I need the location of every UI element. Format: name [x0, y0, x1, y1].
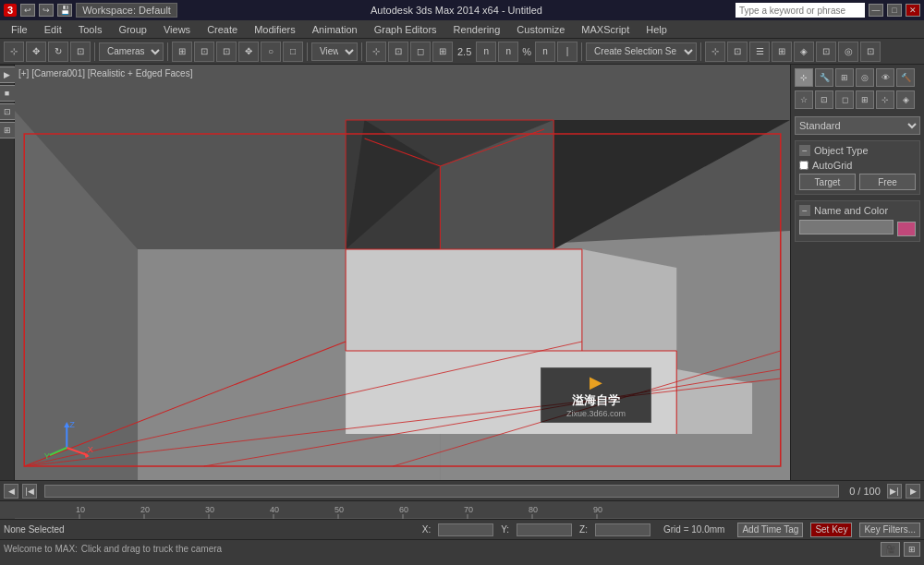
timeline-track[interactable]: [44, 485, 839, 498]
color-swatch[interactable]: [897, 222, 916, 236]
toolbar-icon18[interactable]: ⊞: [772, 42, 792, 62]
minimize-btn[interactable]: —: [869, 4, 883, 17]
toolbar-icon8[interactable]: ⊡: [388, 42, 408, 62]
menu-animation[interactable]: Animation: [305, 22, 365, 37]
menu-bar: File Edit Tools Group Views Create Modif…: [0, 20, 924, 39]
toolbar-icon19[interactable]: ◈: [794, 42, 814, 62]
timeline-end-btn[interactable]: ▶|: [887, 484, 902, 499]
title-right: — □ ✕: [736, 3, 920, 18]
svg-text:X: X: [88, 445, 93, 454]
scale-btn[interactable]: ⊡: [70, 42, 91, 62]
sidebar-btn2[interactable]: ■: [0, 85, 16, 102]
panel-btn-display[interactable]: 👁: [876, 68, 894, 87]
left-sidebar: ▶ ■ ⊡ ⊞: [0, 65, 15, 480]
workspace-dropdown[interactable]: Workspace: Default: [76, 3, 177, 18]
toolbar-icon5[interactable]: ○: [261, 42, 281, 62]
maximize-btn[interactable]: □: [887, 4, 902, 17]
panel-btn-hierarchy[interactable]: ⊞: [835, 68, 854, 87]
standard-dropdown[interactable]: Standard: [795, 116, 920, 135]
toolbar-icon11[interactable]: n: [476, 42, 496, 62]
toolbar-icon20[interactable]: ⊡: [816, 42, 836, 62]
toolbar-icon21[interactable]: ◎: [838, 42, 858, 62]
toolbar-icon16[interactable]: ⊡: [727, 42, 748, 62]
watermark-url: Zixue.3d66.com: [566, 409, 626, 418]
create-selection-dropdown[interactable]: Create Selection Se...: [586, 42, 697, 61]
scene-svg: Z X Y: [15, 65, 790, 480]
panel-btn-2c[interactable]: ◻: [835, 90, 854, 109]
timeline-start-btn[interactable]: |◀: [22, 484, 37, 499]
menu-modifiers[interactable]: Modifiers: [247, 22, 303, 37]
toolbar-undo[interactable]: ↩: [20, 4, 35, 17]
toolbar-icon22[interactable]: ⊡: [860, 42, 881, 62]
move-btn[interactable]: ✥: [26, 42, 46, 62]
panel-btn-2b[interactable]: ⊡: [815, 90, 833, 109]
panel-btn-2a[interactable]: ☆: [795, 90, 813, 109]
sidebar-btn4[interactable]: ⊞: [0, 122, 16, 138]
toolbar-icon3[interactable]: ⊡: [216, 42, 237, 62]
menu-group[interactable]: Group: [111, 22, 154, 37]
name-color-collapse[interactable]: −: [799, 205, 810, 216]
panel-btn-create[interactable]: ⊹: [795, 68, 813, 87]
key-filters-btn[interactable]: Key Filters...: [859, 523, 920, 537]
menu-views[interactable]: Views: [156, 22, 198, 37]
object-type-collapse[interactable]: −: [799, 145, 810, 156]
menu-tools[interactable]: Tools: [71, 22, 110, 37]
menu-edit[interactable]: Edit: [37, 22, 69, 37]
cameras-dropdown[interactable]: Cameras: [99, 42, 164, 61]
menu-customize[interactable]: Customize: [509, 22, 572, 37]
toolbar-icon15[interactable]: ⊹: [705, 42, 725, 62]
autogrid-checkbox[interactable]: [799, 161, 808, 170]
sidebar-btn3[interactable]: ⊡: [0, 103, 16, 120]
name-input[interactable]: [799, 220, 894, 234]
timeline-play-btn[interactable]: ▶: [906, 484, 920, 499]
panel-btn-2f[interactable]: ◈: [896, 90, 915, 109]
toolbar-icon7[interactable]: ⊹: [366, 42, 386, 62]
toolbar-icon13[interactable]: n: [535, 42, 555, 62]
close-btn[interactable]: ✕: [906, 4, 920, 17]
toolbar-redo[interactable]: ↪: [39, 4, 54, 17]
menu-help[interactable]: Help: [638, 22, 675, 37]
toolbar-icon2[interactable]: ⊡: [194, 42, 214, 62]
drag-msg: Click and drag to truck the camera: [81, 544, 222, 554]
toolbar-icon6[interactable]: □: [283, 42, 303, 62]
toolbar-icon1[interactable]: ⊞: [172, 42, 192, 62]
panel-btn-2d[interactable]: ⊞: [856, 90, 874, 109]
menu-create[interactable]: Create: [200, 22, 245, 37]
toolbar-icon14[interactable]: |: [557, 42, 578, 62]
toolbar-icon10[interactable]: ⊞: [432, 42, 453, 62]
rotate-btn[interactable]: ↻: [48, 42, 68, 62]
toolbar-icon17[interactable]: ☰: [749, 42, 770, 62]
toolbar-icon12[interactable]: n: [498, 42, 518, 62]
menu-rendering[interactable]: Rendering: [446, 22, 508, 37]
bottom-btn1[interactable]: 🎥: [881, 542, 900, 557]
add-time-tag-btn[interactable]: Add Time Tag: [737, 523, 803, 537]
free-btn[interactable]: Free: [859, 174, 916, 190]
sep5: [581, 42, 582, 61]
object-type-title: Object Type: [814, 145, 869, 156]
panel-btn-motion[interactable]: ◎: [856, 68, 874, 87]
view-dropdown[interactable]: View: [311, 42, 358, 61]
toolbar-save[interactable]: 💾: [57, 4, 72, 17]
panel-btn-modify[interactable]: 🔧: [815, 68, 833, 87]
x-input[interactable]: [438, 523, 493, 536]
select-btn[interactable]: ⊹: [4, 42, 24, 62]
target-btn[interactable]: Target: [799, 174, 856, 190]
z-input[interactable]: [595, 523, 650, 536]
y-input[interactable]: [517, 523, 572, 536]
z-label: Z:: [579, 524, 588, 535]
viewport[interactable]: [+] [Camera001] [Realistic + Edged Faces…: [15, 65, 790, 480]
menu-maxscript[interactable]: MAXScript: [574, 22, 637, 37]
toolbar-icon9[interactable]: ◻: [410, 42, 431, 62]
menu-graph-editors[interactable]: Graph Editors: [367, 22, 444, 37]
bottom-btn2[interactable]: ⊞: [904, 542, 920, 557]
set-key-btn[interactable]: Set Key: [810, 523, 852, 537]
sidebar-play-btn[interactable]: ▶: [0, 66, 16, 83]
svg-text:20: 20: [140, 505, 150, 514]
panel-btn-2e[interactable]: ⊹: [876, 90, 894, 109]
menu-file[interactable]: File: [4, 22, 35, 37]
panel-btn-utilities[interactable]: 🔨: [896, 68, 915, 87]
search-input[interactable]: [736, 3, 865, 18]
toolbar-icon4[interactable]: ✥: [238, 42, 259, 62]
timeline-prev-btn[interactable]: ◀: [4, 484, 18, 499]
sep2: [167, 42, 168, 61]
